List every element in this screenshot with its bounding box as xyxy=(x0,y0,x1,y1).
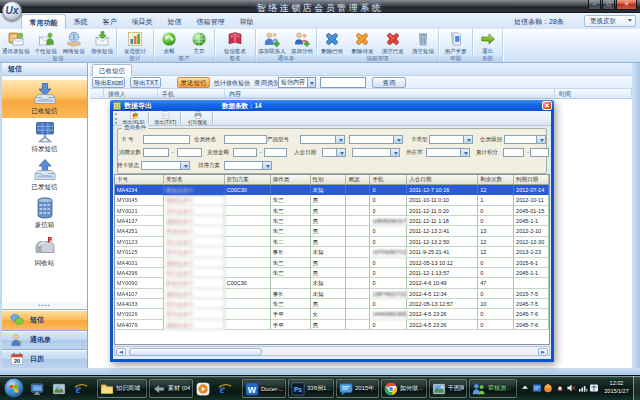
ribbon-button-网络短信[interactable]: 网络短信 xyxy=(62,31,86,55)
sidebar-nav-短信[interactable]: 短信 xyxy=(2,309,87,330)
tray-blue-icon[interactable] xyxy=(532,383,542,393)
filter-input-mem_name[interactable] xyxy=(224,135,267,144)
taskbar-item-素材 (04[interactable]: 素材 (04 xyxy=(149,379,193,398)
close-button[interactable]: ✕ xyxy=(616,0,637,10)
taskbar-item-如何做...[interactable]: 如何做... xyxy=(381,379,427,398)
ribbon-button-删除已收[interactable]: 删除已收 xyxy=(320,31,344,55)
minimize-button[interactable]: – xyxy=(588,0,601,10)
taskbar-item-336例1...[interactable]: Ps336例1... xyxy=(288,379,334,398)
sidebar-item-已收短信[interactable]: 已收短信 xyxy=(2,80,87,118)
query-button[interactable]: 查询 xyxy=(372,77,406,88)
main-col-blank[interactable] xyxy=(90,89,104,99)
filter-select-status[interactable] xyxy=(141,161,190,170)
filter-select-mem_lvl[interactable] xyxy=(504,135,546,144)
scroll-left-arrow-icon[interactable]: ◄ xyxy=(116,348,126,356)
ribbon-button-清空短信[interactable]: 清空短信 xyxy=(411,31,435,55)
filter-select-prd_sub[interactable] xyxy=(349,135,403,144)
taskbar-item-tb-monitor[interactable] xyxy=(30,379,47,398)
dialog-col-概况[interactable]: 概况 xyxy=(346,175,370,184)
stat-received-label[interactable]: 统计接收短信 xyxy=(214,79,250,88)
scroll-right-arrow-icon[interactable]: ► xyxy=(538,348,548,356)
ribbon-button-余额[interactable]: 余额 xyxy=(157,31,181,55)
filter-select-sort[interactable] xyxy=(224,161,272,170)
main-col-内容[interactable]: 内容 xyxy=(225,89,555,99)
table-row[interactable]: MY0125贵宾会员卡事长未知137092827122011-9-25 21:4… xyxy=(115,247,549,257)
app-logo-icon[interactable]: Ux xyxy=(2,1,22,21)
ribbon-button-发送统计[interactable]: 发送统计 xyxy=(123,31,147,55)
taskbar-item-tb-ie[interactable]: e xyxy=(74,379,92,398)
dialog-toolbar-导出(TXT)[interactable]: 导出(TXT) xyxy=(152,111,179,125)
ribbon-button-退出[interactable]: 退出 xyxy=(476,31,500,55)
query-type-select[interactable]: 短信内容 xyxy=(278,77,316,88)
filter-input-consume-max[interactable] xyxy=(177,148,202,157)
change-skin-button[interactable]: 更换皮肤 xyxy=(584,15,636,27)
ribbon-button-接收短信[interactable]: 接收短信 xyxy=(90,31,114,55)
dialog-col-卡号[interactable]: 卡号 xyxy=(115,175,164,184)
tray-net-icon[interactable] xyxy=(578,383,588,393)
ribbon-button-添加联系人[interactable]: 添加联系人 xyxy=(258,31,286,55)
sidebar-item-回收站[interactable]: 回收站 xyxy=(2,232,87,270)
ribbon-button-用户手册[interactable]: 用户手册 xyxy=(444,31,468,55)
dialog-toolbar-导出(XLS)[interactable]: 导出(XLS) xyxy=(120,111,147,125)
tray-ime-icon[interactable] xyxy=(589,383,599,393)
export-excel-button[interactable]: 导出Excel xyxy=(92,77,125,88)
show-desktop-button[interactable] xyxy=(633,376,640,400)
dialog-col-手机[interactable]: 手机 xyxy=(370,175,407,184)
ribbon-tab-短信[interactable]: 短信 xyxy=(160,14,189,29)
dialog-close-button[interactable]: ✕ xyxy=(542,101,552,110)
taskbar-item-2015年...[interactable]: 2015年... xyxy=(336,379,379,398)
taskbar-item-tb-ie[interactable]: e xyxy=(218,379,238,398)
table-row[interactable]: MA4137储值会员卡朱三男138382963172011-12-11 1:18… xyxy=(115,216,549,226)
sidebar-nav-通讯录[interactable]: 通讯录 xyxy=(2,330,87,349)
scroll-thumb[interactable] xyxy=(129,348,262,356)
restore-button[interactable]: □ xyxy=(602,0,615,10)
filter-input-card_no[interactable] xyxy=(143,135,190,144)
ribbon-button-短信签名[interactable]: 短信签名 xyxy=(223,31,247,55)
filter-input-points-max[interactable] xyxy=(530,148,549,157)
dialog-toolbar-打印预览[interactable]: 打印预览 xyxy=(184,111,211,125)
table-row[interactable]: MY0090黄金会员卡C00C30未知02012-4-6 10:4947 xyxy=(115,278,549,288)
ribbon-button-添加分组[interactable]: 添加分组 xyxy=(290,31,314,55)
tray-orange-icon[interactable] xyxy=(543,383,553,393)
ribbon-button-主页[interactable]: 主页 xyxy=(187,31,211,55)
start-button[interactable] xyxy=(3,377,25,399)
ribbon-button-清空已发[interactable]: 清空已发 xyxy=(381,31,405,55)
taskbar-item-tb-player[interactable] xyxy=(196,379,214,398)
taskbar-clock[interactable]: 12:022015/1/27 xyxy=(601,379,632,395)
table-row[interactable]: MY0123积分会员卡朱二男02011-12-13 2:50122012-12-… xyxy=(115,237,549,247)
ribbon-button-删除待发[interactable]: 删除待发 xyxy=(350,31,374,55)
filter-input-points-min[interactable] xyxy=(503,148,524,157)
tray-qq-icon[interactable] xyxy=(555,383,565,393)
taskbar-item-千图网...[interactable]: 千图网... xyxy=(429,379,467,398)
ribbon-button-个性短信[interactable]: 个性短信 xyxy=(34,31,58,55)
main-col-时间[interactable]: 时间 xyxy=(555,89,632,99)
dialog-col-入会日期[interactable]: 入会日期 xyxy=(407,175,478,184)
dialog-col-到期日期[interactable]: 到期日期 xyxy=(514,175,549,184)
filter-input-recharge-min[interactable] xyxy=(233,148,257,157)
dialog-hscrollbar[interactable]: ◄ ► xyxy=(114,346,550,356)
tray-arrow-icon[interactable] xyxy=(520,383,530,393)
dialog-col-性别[interactable]: 性别 xyxy=(311,175,347,184)
dialog-col-折扣方案[interactable]: 折扣方案 xyxy=(225,175,271,184)
table-row[interactable]: MA4251黄金会员卡朱三男02011-12-13 2:41132012-2-1… xyxy=(115,226,549,236)
filter-input-recharge-max[interactable] xyxy=(264,148,287,157)
filter-select-card_type[interactable] xyxy=(429,135,473,144)
filter-select-join_date-b[interactable] xyxy=(352,148,400,157)
ribbon-tab-系统[interactable]: 系统 xyxy=(66,14,95,29)
dialog-col-剩余次数[interactable]: 剩余次数 xyxy=(478,175,514,184)
send-sms-button[interactable]: 发送短信 xyxy=(177,77,210,88)
query-input[interactable] xyxy=(320,77,366,88)
sidebar-splitter[interactable]: •••• xyxy=(2,303,87,308)
taskbar-item-Docer-...[interactable]: WDocer-... xyxy=(242,379,286,398)
export-txt-button[interactable]: 导出TXT xyxy=(130,77,161,88)
ribbon-tab-信箱管理[interactable]: 信箱管理 xyxy=(189,14,232,29)
view-tab-received-sms[interactable]: 已收短信 xyxy=(92,64,132,76)
ribbon-tab-项目类[interactable]: 项目类 xyxy=(124,14,160,29)
filter-input-consume-min[interactable] xyxy=(143,148,169,157)
table-row[interactable]: MA4234黄金会员卡C00C30未知02011-12-7 10:1612201… xyxy=(115,185,549,195)
dialog-col-操作员[interactable]: 操作员 xyxy=(271,175,311,184)
table-row[interactable]: MA4079储值会员卡手早男02012-4-5 23:2602045-7-6 xyxy=(115,320,549,330)
dialog-col-类型名[interactable]: 类型名 xyxy=(164,175,225,184)
main-col-接收人[interactable]: 接收人 xyxy=(104,89,158,99)
taskbar-item-tb-viewer[interactable] xyxy=(52,379,69,398)
